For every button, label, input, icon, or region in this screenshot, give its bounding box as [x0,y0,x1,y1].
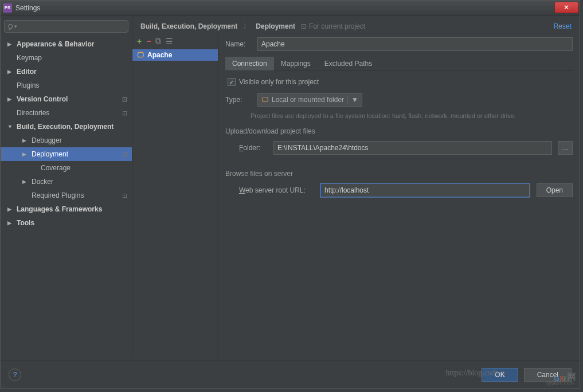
breadcrumb-current: Deployment [256,22,295,30]
server-list: + − ⧉ ☰ 🖵 Apache [132,33,218,359]
sidebar-item-label: Version Control [17,95,68,103]
upload-section-label: Upload/download project files [225,127,573,135]
copy-icon[interactable]: ⧉ [155,36,161,46]
sidebar-item-label: Directories [17,109,49,117]
project-badge-icon: ⊡ [122,96,127,103]
sidebar-item-label: Tools [17,219,34,227]
sidebar-item-plugins[interactable]: Plugins [1,79,132,92]
sidebar-item-label: Required Plugins [32,191,84,199]
tab-connection[interactable]: Connection [225,57,274,70]
browse-section-label: Browse files on server [225,170,573,178]
search-input[interactable] [4,20,128,33]
cancel-button[interactable]: Cancel [524,368,572,382]
sidebar-item-debugger[interactable]: ▶Debugger [1,134,132,147]
sidebar-item-required-plugins[interactable]: Required Plugins⊡ [1,189,132,202]
sidebar-item-languages-frameworks[interactable]: ▶Languages & Frameworks [1,202,132,216]
folder-icon: 🖵 [261,96,268,104]
project-scope-hint: ⊡ For current project [301,22,365,30]
project-badge-icon: ⊡ [122,109,127,117]
arrow-icon: ▶ [22,151,28,157]
url-input[interactable] [320,183,530,197]
browse-button[interactable]: … [558,141,573,155]
sidebar-item-editor[interactable]: ▶Editor [1,65,132,79]
chevron-right-icon: 〉 [243,22,250,32]
remove-server-button[interactable]: − [146,37,151,46]
arrow-icon: ▶ [22,179,28,185]
sidebar-item-label: Keymap [17,54,42,62]
server-item-apache[interactable]: 🖵 Apache [132,49,218,61]
arrow-icon: ▶ [7,41,13,47]
project-badge-icon: ⊡ [122,151,127,158]
sidebar-item-label: Plugins [17,81,39,89]
open-button[interactable]: Open [537,183,573,197]
type-value: Local or mounted folder [272,96,344,104]
folder-input[interactable] [273,141,552,155]
tab-excluded-paths[interactable]: Excluded Paths [318,57,379,70]
sidebar-item-keymap[interactable]: Keymap [1,51,132,65]
dialog-footer: ? OK Cancel [1,360,580,388]
arrow-icon: ▶ [22,138,28,143]
visible-only-checkbox[interactable]: ✓ [228,78,236,86]
sidebar-item-build-execution-deployment[interactable]: ▼Build, Execution, Deployment [1,120,132,134]
arrow-icon: ▶ [7,69,13,75]
breadcrumb: Build, Execution, Deployment 〉 Deploymen… [132,15,580,33]
deployment-form: Name: Connection Mappings Excluded Paths… [218,33,580,359]
project-badge-icon: ⊡ [122,192,127,199]
sidebar-item-docker[interactable]: ▶Docker [1,175,132,189]
folder-label: Folder: [239,144,268,152]
tab-mappings[interactable]: Mappings [274,57,318,70]
sidebar-item-appearance-behavior[interactable]: ▶Appearance & Behavior [1,37,132,51]
arrow-icon: ▶ [7,220,13,226]
breadcrumb-root[interactable]: Build, Execution, Deployment [140,22,237,30]
arrow-icon: ▶ [7,96,13,102]
help-button[interactable]: ? [9,369,21,381]
sidebar-item-label: Editor [17,68,37,76]
sidebar-item-version-control[interactable]: ▶Version Control⊡ [1,92,132,106]
sidebar-item-deployment[interactable]: ▶Deployment⊡ [1,147,132,161]
titlebar: PS Settings ✕ [1,1,580,15]
type-hint: Project files are deployed to a file sys… [251,112,573,119]
close-button[interactable]: ✕ [554,2,578,13]
arrow-icon: ▶ [7,206,13,212]
sidebar-item-label: Deployment [32,150,68,158]
server-item-label: Apache [147,51,172,59]
type-label: Type: [225,96,251,104]
default-icon[interactable]: ☰ [166,37,173,46]
app-icon: PS [3,3,12,13]
sidebar-item-directories[interactable]: Directories⊡ [1,106,132,120]
sidebar-item-label: Appearance & Behavior [17,40,94,48]
type-select[interactable]: 🖵 Local or mounted folder ▼ [257,93,362,107]
window-title: Settings [15,4,577,12]
arrow-icon: ▼ [7,124,13,130]
visible-only-label: Visible only for this project [239,78,319,86]
name-input[interactable] [257,37,573,51]
project-icon: ⊡ [301,22,307,30]
sidebar-item-tools[interactable]: ▶Tools [1,216,132,230]
url-label: Web server root URL: [239,186,314,194]
sidebar-item-coverage[interactable]: Coverage [1,161,132,175]
sidebar-item-label: Debugger [32,136,62,144]
settings-sidebar: ▶Appearance & BehaviorKeymap▶EditorPlugi… [1,15,132,359]
server-icon: 🖵 [137,51,144,59]
sidebar-item-label: Coverage [41,164,71,172]
reset-link[interactable]: Reset [554,22,572,30]
sidebar-item-label: Build, Execution, Deployment [17,123,114,131]
add-server-button[interactable]: + [137,37,142,46]
sidebar-item-label: Docker [32,178,53,186]
chevron-down-icon: ▼ [347,96,358,104]
name-label: Name: [225,40,251,48]
ok-button[interactable]: OK [482,368,518,382]
sidebar-item-label: Languages & Frameworks [17,205,102,213]
